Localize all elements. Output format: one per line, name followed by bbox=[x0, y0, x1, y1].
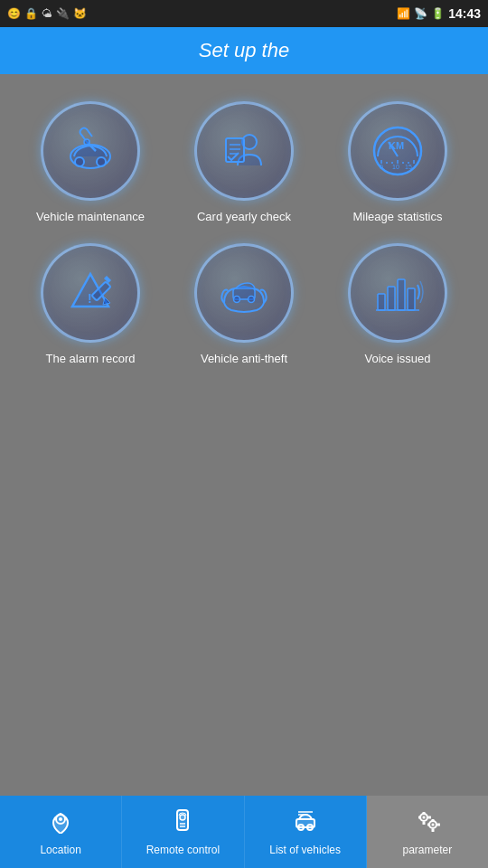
nav-parameter-label: parameter bbox=[403, 844, 453, 856]
svg-point-39 bbox=[298, 825, 304, 830]
svg-rect-29 bbox=[398, 279, 405, 310]
nav-list-of-vehicles[interactable]: List of vehicles bbox=[245, 796, 367, 868]
alarm-record-icon: ! bbox=[41, 243, 140, 343]
nav-list-of-vehicles-label: List of vehicles bbox=[269, 844, 341, 856]
alarm-record-label: The alarm record bbox=[46, 352, 136, 367]
icon-5: 🐱 bbox=[73, 7, 87, 20]
svg-point-3 bbox=[84, 139, 89, 145]
location-icon bbox=[48, 808, 73, 840]
card-yearly-check-item[interactable]: Card yearly check bbox=[172, 101, 316, 225]
icon-1: 😊 bbox=[7, 7, 21, 20]
svg-rect-52 bbox=[431, 829, 434, 832]
vehicle-anti-theft-label: Vehicle anti-theft bbox=[201, 352, 287, 367]
card-yearly-check-label: Card yearly check bbox=[197, 210, 291, 225]
svg-point-25 bbox=[233, 297, 239, 303]
svg-rect-51 bbox=[431, 819, 434, 822]
voice-issued-icon bbox=[348, 243, 447, 343]
header: Set up the bbox=[0, 27, 488, 74]
svg-point-50 bbox=[431, 823, 434, 826]
vehicle-maintenance-item[interactable]: Vehicle maintenance bbox=[18, 101, 163, 225]
svg-text:10: 10 bbox=[392, 164, 399, 170]
svg-rect-30 bbox=[408, 288, 415, 310]
svg-text:0: 0 bbox=[380, 164, 383, 170]
battery-icon: 🔋 bbox=[431, 7, 445, 20]
svg-text:15: 15 bbox=[405, 164, 412, 170]
nav-parameter[interactable]: parameter bbox=[367, 796, 488, 868]
svg-rect-28 bbox=[388, 287, 395, 310]
mileage-statistics-icon: KM 0 10 15 bbox=[348, 101, 447, 201]
svg-point-40 bbox=[307, 825, 313, 830]
header-title: Set up the bbox=[199, 39, 289, 62]
wifi-icon: 📶 bbox=[397, 7, 410, 20]
svg-point-2 bbox=[97, 157, 106, 166]
main-content: Vehicle maintenance Card yearly chec bbox=[0, 74, 488, 796]
icon-3: 🌤 bbox=[42, 7, 52, 20]
feature-grid: Vehicle maintenance Card yearly chec bbox=[18, 101, 470, 367]
svg-rect-46 bbox=[422, 822, 425, 825]
vehicle-anti-theft-item[interactable]: Vehicle anti-theft bbox=[172, 243, 316, 367]
bottom-nav: Location Remote control bbox=[0, 796, 488, 868]
nav-location[interactable]: Location bbox=[0, 796, 122, 868]
vehicle-maintenance-label: Vehicle maintenance bbox=[36, 210, 145, 225]
icon-2: 🔒 bbox=[24, 7, 38, 20]
svg-rect-54 bbox=[437, 823, 440, 826]
voice-issued-label: Voice issued bbox=[365, 352, 431, 367]
nav-location-label: Location bbox=[40, 844, 80, 856]
status-bar: 😊 🔒 🌤 🔌 🐱 📶 📡 🔋 14:43 bbox=[0, 0, 488, 27]
svg-rect-53 bbox=[427, 823, 430, 826]
svg-rect-47 bbox=[418, 816, 421, 818]
status-icons-left: 😊 🔒 🌤 🔌 🐱 bbox=[7, 7, 87, 20]
vehicle-anti-theft-icon bbox=[194, 243, 294, 343]
svg-point-1 bbox=[75, 157, 84, 166]
alarm-record-item[interactable]: ! The alarm record bbox=[18, 243, 163, 367]
svg-rect-45 bbox=[422, 812, 425, 815]
nav-remote-control-label: Remote control bbox=[146, 844, 220, 856]
svg-point-26 bbox=[248, 297, 254, 303]
card-yearly-check-icon bbox=[194, 101, 294, 201]
svg-point-33 bbox=[59, 817, 62, 821]
status-icons-right: 📶 📡 🔋 14:43 bbox=[397, 6, 481, 21]
svg-rect-48 bbox=[428, 816, 431, 818]
nav-remote-control[interactable]: Remote control bbox=[122, 796, 244, 868]
icon-4: 🔌 bbox=[56, 7, 70, 20]
voice-issued-item[interactable]: Voice issued bbox=[325, 243, 470, 367]
vehicle-maintenance-icon bbox=[41, 101, 140, 201]
svg-text:!: ! bbox=[88, 291, 92, 306]
parameter-icon bbox=[415, 808, 440, 840]
list-of-vehicles-icon bbox=[293, 808, 318, 840]
signal-icon: 📡 bbox=[414, 7, 427, 20]
mileage-statistics-label: Mileage statistics bbox=[353, 210, 443, 225]
svg-rect-27 bbox=[378, 294, 385, 310]
svg-point-44 bbox=[422, 816, 425, 818]
mileage-statistics-item[interactable]: KM 0 10 15 Mileage statistics bbox=[325, 101, 470, 225]
remote-control-icon bbox=[170, 808, 195, 840]
clock: 14:43 bbox=[448, 6, 481, 21]
